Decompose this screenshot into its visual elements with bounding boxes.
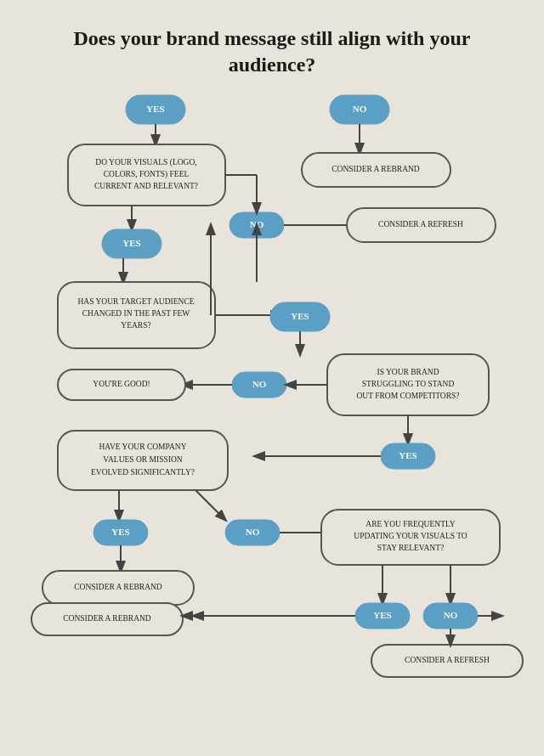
no-label-1: NO	[353, 104, 367, 114]
consider-refresh-label-1: CONSIDER A REFRESH	[378, 221, 463, 229]
consider-rebrand-label-2: CONSIDER A REBRAND	[74, 584, 162, 592]
target-line3: YEARS?	[121, 322, 150, 330]
values-line1: HAVE YOUR COMPANY	[99, 443, 186, 452]
page-title: Does your brand message still align with…	[0, 0, 544, 87]
brand-line2: STRUGGLING TO STAND	[362, 381, 455, 389]
arrow-values-no	[196, 490, 225, 520]
no-label-5: NO	[444, 610, 458, 620]
brand-line3: OUT FROM COMPETITORS?	[356, 392, 459, 401]
yes-label-3: YES	[291, 311, 309, 321]
consider-rebrand-bottom-label: CONSIDER A REBRAND	[63, 615, 151, 623]
yes-label-4: YES	[399, 450, 416, 460]
freq-line2: UPDATING YOUR VISUALS TO	[354, 533, 468, 541]
visuals-line1: DO YOUR VISUALS (LOGO,	[95, 159, 196, 168]
youre-good-label: YOU'RE GOOD!	[93, 381, 150, 389]
visuals-line2: COLORS, FONTS) FEEL	[104, 171, 190, 180]
freq-line3: STAY RELEVANT?	[377, 544, 444, 553]
target-line1: HAS YOUR TARGET AUDIENCE	[77, 298, 194, 307]
values-line3: EVOLVED SIGNIFICANTLY?	[91, 469, 195, 477]
no-label-4: NO	[246, 527, 260, 537]
yes-label-1: YES	[146, 104, 164, 114]
visuals-line3: CURRENT AND RELEVANT?	[94, 183, 198, 191]
consider-rebrand-label-1: CONSIDER A REBRAND	[332, 166, 420, 174]
consider-refresh-final-label: CONSIDER A REFRESH	[405, 657, 490, 665]
yes-label-6: YES	[373, 610, 391, 620]
brand-line1: IS YOUR BRAND	[377, 369, 439, 377]
values-line2: VALUES OR MISSION	[103, 456, 182, 465]
yes-label-2: YES	[122, 238, 140, 248]
yes-label-5: YES	[111, 527, 129, 537]
no-label-3: NO	[252, 379, 267, 389]
target-line2: CHANGED IN THE PAST FEW	[82, 310, 190, 319]
freq-line1: ARE YOU FREQUENTLY	[366, 521, 455, 529]
